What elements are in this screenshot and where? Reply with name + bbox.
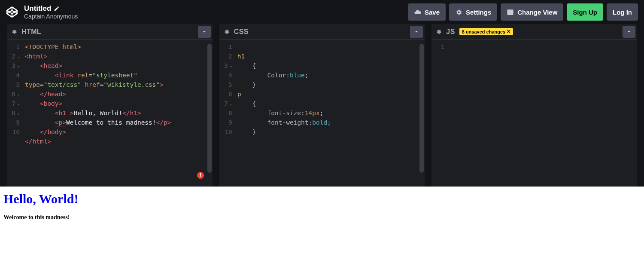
panel-title-js: JS xyxy=(446,28,455,36)
codepen-logo-icon[interactable] xyxy=(6,6,19,18)
chevron-down-icon xyxy=(202,29,207,34)
signup-button[interactable]: Sign Up xyxy=(567,3,603,21)
panel-js: JS 8 unsaved changes ✕ 1 xyxy=(431,24,637,187)
panel-css-dropdown[interactable] xyxy=(410,26,423,38)
app-header: Untitled Captain Anonymous Save Settings… xyxy=(0,0,644,24)
panel-title-html: HTML xyxy=(21,28,41,36)
editors-row: HTML 1 2▾ 3▾ 4 5 6▾ 7▾ 8▾ 9 10 <!DOCTYPE… xyxy=(0,24,644,187)
error-icon[interactable]: ! xyxy=(197,172,204,179)
scrollbar[interactable] xyxy=(419,44,424,173)
panel-html-header: HTML xyxy=(7,24,213,40)
preview-heading: Hello, World! xyxy=(3,192,641,206)
login-label: Log In xyxy=(613,9,632,16)
html-editor[interactable]: 1 2▾ 3▾ 4 5 6▾ 7▾ 8▾ 9 10 <!DOCTYPE html… xyxy=(7,40,213,187)
panel-title-css: CSS xyxy=(234,28,249,36)
panel-js-dropdown[interactable] xyxy=(623,26,635,38)
unsaved-label: 8 unsaved changes xyxy=(462,29,506,34)
pen-title[interactable]: Untitled xyxy=(24,4,51,13)
login-button[interactable]: Log In xyxy=(607,3,638,21)
layout-icon xyxy=(507,9,514,16)
gear-icon xyxy=(455,9,462,16)
unsaved-badge[interactable]: 8 unsaved changes ✕ xyxy=(459,28,513,35)
gear-icon[interactable] xyxy=(436,29,442,35)
svg-rect-0 xyxy=(507,9,513,14)
chevron-down-icon xyxy=(414,29,419,34)
change-view-label: Change View xyxy=(517,9,557,16)
html-gutter: 1 2▾ 3▾ 4 5 6▾ 7▾ 8▾ 9 10 xyxy=(7,40,23,187)
preview-paragraph: Welcome to this madness! xyxy=(3,214,641,221)
js-editor[interactable]: 1 xyxy=(431,40,637,187)
panel-css-header: CSS xyxy=(219,24,425,40)
chevron-down-icon xyxy=(626,29,632,34)
panel-html: HTML 1 2▾ 3▾ 4 5 6▾ 7▾ 8▾ 9 10 <!DOCTYPE… xyxy=(7,24,213,187)
gear-icon[interactable] xyxy=(224,29,230,35)
edit-icon[interactable] xyxy=(54,6,60,12)
gear-icon[interactable] xyxy=(11,29,17,35)
settings-label: Settings xyxy=(466,9,491,16)
css-gutter: 1 2 3▾ 4 5 6 7▾ 8 9 10 xyxy=(219,40,236,187)
pen-title-block: Untitled Captain Anonymous xyxy=(24,4,78,20)
panel-html-dropdown[interactable] xyxy=(198,26,211,38)
save-button[interactable]: Save xyxy=(408,3,446,21)
css-editor[interactable]: 1 2 3▾ 4 5 6 7▾ 8 9 10 h1 { Color:blue; … xyxy=(219,40,425,187)
signup-label: Sign Up xyxy=(573,9,597,16)
cloud-icon xyxy=(414,9,421,16)
settings-button[interactable]: Settings xyxy=(449,3,497,21)
js-gutter: 1 xyxy=(431,40,448,187)
scrollbar[interactable] xyxy=(207,44,212,173)
change-view-button[interactable]: Change View xyxy=(501,3,563,21)
js-code[interactable] xyxy=(448,40,637,187)
css-code[interactable]: h1 { Color:blue; } p { font-size:14px; f… xyxy=(236,40,425,187)
panel-css: CSS 1 2 3▾ 4 5 6 7▾ 8 9 10 h1 { Color:bl… xyxy=(219,24,425,187)
preview-pane: Hello, World! Welcome to this madness! xyxy=(0,187,644,254)
panel-js-header: JS 8 unsaved changes ✕ xyxy=(431,24,637,40)
close-icon[interactable]: ✕ xyxy=(507,29,510,34)
pen-author: Captain Anonymous xyxy=(24,13,78,20)
html-code[interactable]: <!DOCTYPE html> <html> <head> <link rel=… xyxy=(23,40,213,187)
save-label: Save xyxy=(425,9,440,16)
